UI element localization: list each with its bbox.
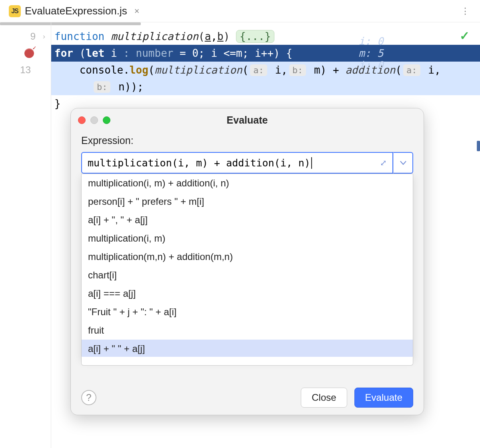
line-number: 9 xyxy=(30,31,36,42)
dialog-title: Evaluate xyxy=(71,114,424,126)
keyword: for xyxy=(54,47,73,59)
scrollbar-marker xyxy=(477,141,480,151)
selected-line: console.log(multiplication(a: i, b: m) +… xyxy=(51,62,480,78)
arg: i xyxy=(269,64,281,76)
var: i xyxy=(111,47,117,59)
code-text: i <=m; i++) { xyxy=(205,47,292,59)
paren: ( xyxy=(242,64,249,76)
tab-filename: EvaluateExpression.js xyxy=(25,5,127,17)
suggestion-item[interactable]: a[i] === a[j] xyxy=(82,284,413,303)
execution-line: for (let i : number = 0; i <=m; i++) { i… xyxy=(51,45,480,62)
expand-icon[interactable]: ⤢ xyxy=(380,158,387,168)
close-button[interactable]: Close xyxy=(301,388,347,408)
keyword: let xyxy=(86,47,104,59)
more-icon[interactable]: ⋮ xyxy=(454,2,477,20)
type-hint: : number xyxy=(123,47,173,59)
dialog-footer: ? Close Evaluate xyxy=(71,380,424,415)
comma: , xyxy=(281,64,288,76)
suggestion-item[interactable]: multiplication(i, m) + addition(i, n) xyxy=(82,174,413,192)
suggestion-item[interactable]: multiplication(m,n) + addition(m,n) xyxy=(82,248,413,266)
window-close-icon[interactable] xyxy=(78,116,86,124)
inlay-hint: a: xyxy=(250,64,267,76)
gutter-row: 13 xyxy=(0,62,51,78)
close-tab-icon[interactable]: × xyxy=(134,6,140,16)
expression-label: Expression: xyxy=(81,135,413,146)
inlay-hint: a: xyxy=(403,64,420,76)
expression-value: multiplication(i, m) + addition(i, n) xyxy=(88,157,312,169)
breakpoint-icon[interactable] xyxy=(24,48,34,58)
inlay-hint: b: xyxy=(94,81,111,93)
arg: i xyxy=(422,64,434,76)
gutter-row xyxy=(0,45,51,62)
analysis-ok-icon: ✓ xyxy=(460,29,470,43)
window-zoom-icon[interactable] xyxy=(103,116,110,124)
gutter: 9 › 13 xyxy=(0,22,51,448)
fold-pill[interactable]: {...} xyxy=(236,30,274,43)
suggestion-item[interactable]: person[i] + " prefers " + m[i] xyxy=(82,192,413,211)
history-dropdown[interactable] xyxy=(393,152,413,174)
editor-tab[interactable]: JS EvaluateExpression.js × xyxy=(3,0,145,22)
call: addition xyxy=(345,64,395,76)
param: b xyxy=(217,30,224,42)
method: log xyxy=(130,64,148,76)
indent xyxy=(54,81,92,93)
paren: ) xyxy=(320,64,327,76)
inline-value: i: 0 xyxy=(358,35,384,47)
paren: ( xyxy=(395,64,402,76)
suggestion-item[interactable]: "Fruit " + j + ": " + a[i] xyxy=(82,303,413,321)
dot: . xyxy=(123,64,130,76)
paren: ( xyxy=(148,64,155,76)
dialog-body: Expression: multiplication(i, m) + addit… xyxy=(71,132,424,380)
evaluate-button[interactable]: Evaluate xyxy=(354,388,413,408)
comma: , xyxy=(434,64,441,76)
param: a xyxy=(205,30,211,42)
result-panel xyxy=(81,357,413,366)
arg: m xyxy=(308,64,320,76)
suggestion-list: multiplication(i, m) + addition(i, n) pe… xyxy=(81,174,413,358)
brace: } xyxy=(54,98,61,110)
js-file-icon: JS xyxy=(9,5,21,17)
suggestion-item[interactable]: chart[i] xyxy=(82,266,413,284)
code-line: function multiplication(a,b) {...} xyxy=(51,28,480,45)
dialog-titlebar: Evaluate xyxy=(71,108,424,132)
line-number: 13 xyxy=(20,64,31,76)
help-icon[interactable]: ? xyxy=(81,390,96,405)
selected-line: b: n)); xyxy=(51,78,480,95)
call: multiplication xyxy=(154,64,242,76)
tab-bar: JS EvaluateExpression.js × ⋮ xyxy=(0,0,480,22)
gutter-row: 9 › xyxy=(0,28,51,45)
suggestion-item[interactable]: a[i] + " " + a[j] xyxy=(82,340,413,358)
expression-row: multiplication(i, m) + addition(i, n) ⤢ xyxy=(81,152,413,174)
suggestion-item[interactable]: a[i] + ", " + a[j] xyxy=(82,211,413,229)
expression-input[interactable]: multiplication(i, m) + addition(i, n) ⤢ xyxy=(81,152,393,174)
fold-icon[interactable]: › xyxy=(43,32,45,41)
suggestion-item[interactable]: fruit xyxy=(82,321,413,340)
inlay-hint: b: xyxy=(289,64,306,76)
arg: n xyxy=(112,81,124,93)
window-minimize-icon xyxy=(90,116,98,124)
suggestion-item[interactable]: multiplication(i, m) xyxy=(82,229,413,248)
op: + xyxy=(326,64,345,76)
evaluate-dialog: Evaluate Expression: multiplication(i, m… xyxy=(70,108,424,415)
code-text: = 0; xyxy=(173,47,204,59)
function-name: multiplication xyxy=(111,30,198,42)
inline-value: m: 5 xyxy=(358,47,384,59)
indent xyxy=(54,64,80,76)
paren: )); xyxy=(125,81,144,93)
keyword: function xyxy=(54,30,104,42)
window-controls xyxy=(78,116,110,124)
obj: console xyxy=(80,64,124,76)
